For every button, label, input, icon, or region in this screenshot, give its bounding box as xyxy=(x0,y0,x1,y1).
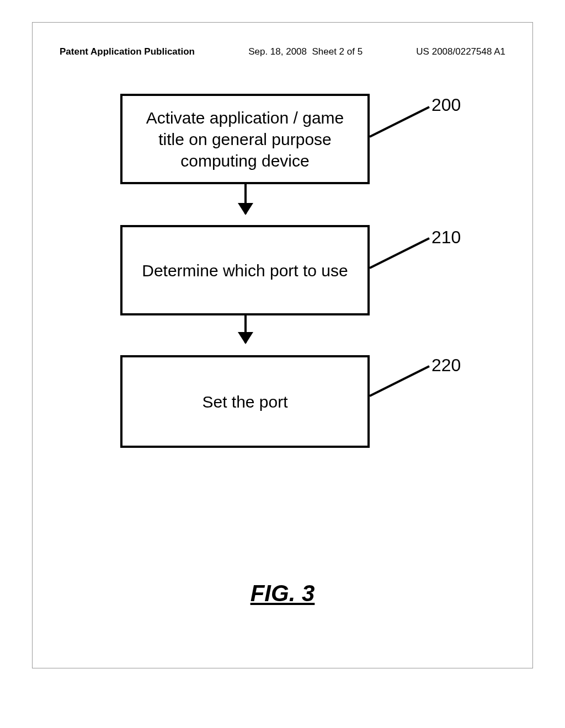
leader-line-210 xyxy=(370,236,430,269)
header-date-sheet: Sep. 18, 2008 Sheet 2 of 5 xyxy=(248,46,363,57)
box-text: Set the port xyxy=(202,391,287,413)
svg-line-0 xyxy=(370,107,429,137)
leader-line-200 xyxy=(370,105,430,138)
svg-line-2 xyxy=(370,366,429,396)
page-header: Patent Application Publication Sep. 18, … xyxy=(0,46,565,57)
header-publication: Patent Application Publication xyxy=(60,46,195,57)
flowchart-box-210: Determine which port to use xyxy=(120,225,370,315)
box-text: Determine which port to use xyxy=(142,260,348,281)
box-text: Activate application / gametitle on gene… xyxy=(146,107,344,172)
header-pubnum: US 2008/0227548 A1 xyxy=(416,46,505,57)
ref-label-210: 210 xyxy=(431,227,461,248)
flowchart-box-200: Activate application / gametitle on gene… xyxy=(120,94,370,184)
flowchart-arrow-2 xyxy=(244,315,247,343)
ref-label-220: 220 xyxy=(431,355,461,376)
svg-line-1 xyxy=(370,238,429,268)
figure-label: FIG. 3 xyxy=(0,580,565,607)
ref-label-200: 200 xyxy=(431,95,461,115)
flowchart-arrow-1 xyxy=(244,184,247,214)
flowchart-box-220: Set the port xyxy=(120,355,370,448)
leader-line-220 xyxy=(370,364,430,397)
